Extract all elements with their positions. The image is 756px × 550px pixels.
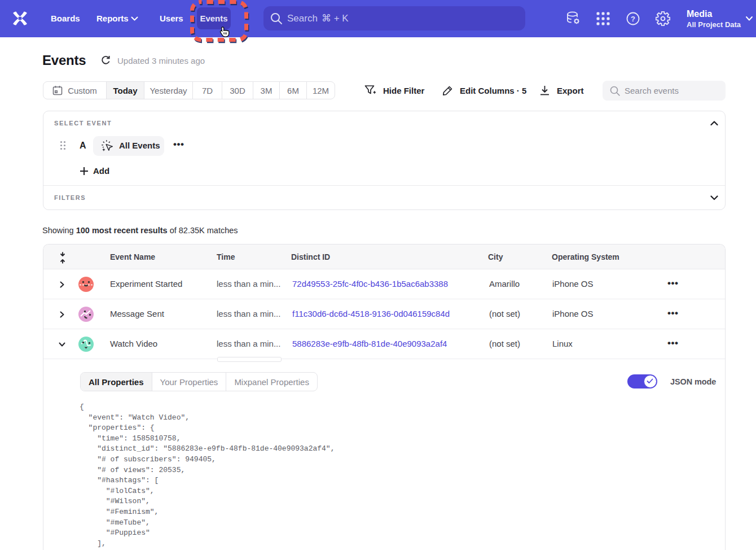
svg-text:?: ? [631, 15, 635, 23]
